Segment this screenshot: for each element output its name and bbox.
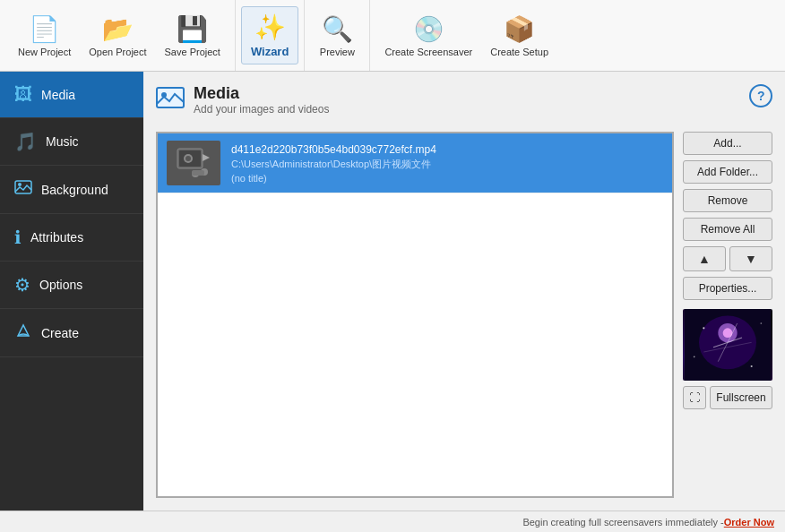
remove-all-button[interactable]: Remove All <box>683 218 772 241</box>
toolbar-group-wizard: ✨ Wizard <box>236 0 306 71</box>
options-icon: ⚙ <box>14 274 30 296</box>
media-thumbnail <box>167 141 220 185</box>
media-filepath: C:\Users\Administrator\Desktop\图片视频文件 <box>231 158 436 171</box>
sidebar-item-options[interactable]: ⚙ Options <box>0 262 143 309</box>
arrow-buttons: ▲ ▼ <box>683 246 772 271</box>
sidebar-options-label: Options <box>39 278 82 292</box>
preview-panel <box>683 309 772 381</box>
new-project-button[interactable]: 📄 New Project <box>9 9 80 63</box>
sidebar: 🖼 Media 🎵 Music Background ℹ Attributes … <box>0 72 143 511</box>
fullscreen-row: ⛶ Fullscreen <box>683 386 772 409</box>
toolbar-group-file: 📄 New Project 📂 Open Project 💾 Save Proj… <box>4 0 236 71</box>
media-section: d411e2d220b73f0b5e4bd039c772efcf.mp4 C:\… <box>156 132 772 498</box>
create-icon <box>14 322 32 344</box>
svg-text:?: ? <box>757 89 765 103</box>
move-down-button[interactable]: ▼ <box>729 246 772 271</box>
open-project-label: Open Project <box>89 47 146 57</box>
open-project-button[interactable]: 📂 Open Project <box>80 9 155 63</box>
media-info: d411e2d220b73f0b5e4bd039c772efcf.mp4 C:\… <box>231 143 436 184</box>
fullscreen-button[interactable]: Fullscreen <box>710 386 772 409</box>
right-panel: Add... Add Folder... Remove Remove All ▲… <box>683 132 772 498</box>
wizard-icon: ✨ <box>254 13 286 42</box>
page-subtitle: Add your images and videos <box>194 103 329 116</box>
create-screensaver-label: Create Screensaver <box>384 47 472 57</box>
sidebar-item-create[interactable]: Create <box>0 309 143 357</box>
preview-label: Preview <box>320 47 355 57</box>
media-list[interactable]: d411e2d220b73f0b5e4bd039c772efcf.mp4 C:\… <box>156 132 674 498</box>
table-row[interactable]: d411e2d220b73f0b5e4bd039c772efcf.mp4 C:\… <box>158 133 672 193</box>
svg-point-24 <box>760 322 762 324</box>
content-area: Media Add your images and videos ? <box>143 72 785 511</box>
svg-marker-10 <box>203 154 210 161</box>
fullscreen-icon-button[interactable]: ⛶ <box>683 386 706 409</box>
svg-point-21 <box>703 327 704 329</box>
sidebar-music-label: Music <box>46 134 79 149</box>
order-now-link[interactable]: Order Now <box>724 517 774 528</box>
sidebar-background-label: Background <box>41 183 108 197</box>
create-screensaver-icon: 💿 <box>413 14 444 44</box>
sidebar-item-attributes[interactable]: ℹ Attributes <box>0 214 143 262</box>
wizard-label: Wizard <box>251 45 289 58</box>
attributes-icon: ℹ <box>14 227 22 248</box>
status-text: Begin creating full screensavers immedia… <box>522 517 723 528</box>
sidebar-create-label: Create <box>41 326 79 340</box>
open-project-icon: 📂 <box>102 14 134 44</box>
toolbar-group-preview: 🔍 Preview <box>305 0 370 71</box>
save-project-button[interactable]: 💾 Save Project <box>156 9 229 63</box>
toolbar: 📄 New Project 📂 Open Project 💾 Save Proj… <box>0 0 785 72</box>
save-project-icon: 💾 <box>177 14 208 44</box>
content-header-icon <box>156 84 185 119</box>
save-project-label: Save Project <box>165 47 220 57</box>
help-button[interactable]: ? <box>749 84 772 113</box>
toolbar-group-create: 💿 Create Screensaver 📦 Create Setup <box>370 0 563 71</box>
sidebar-item-media[interactable]: 🖼 Media <box>0 72 143 118</box>
new-project-icon: 📄 <box>29 14 60 44</box>
create-setup-icon: 📦 <box>504 14 535 44</box>
preview-button[interactable]: 🔍 Preview <box>310 9 364 63</box>
svg-point-1 <box>18 183 22 186</box>
page-title: Media <box>194 84 329 103</box>
music-icon: 🎵 <box>14 131 37 152</box>
remove-button[interactable]: Remove <box>683 189 772 212</box>
create-setup-button[interactable]: 📦 Create Setup <box>481 9 557 63</box>
media-icon: 🖼 <box>14 84 32 105</box>
sidebar-media-label: Media <box>41 88 75 102</box>
svg-point-9 <box>185 156 191 161</box>
new-project-label: New Project <box>18 47 71 57</box>
wizard-button[interactable]: ✨ Wizard <box>241 6 299 64</box>
preview-icon: 🔍 <box>322 14 353 44</box>
move-up-button[interactable]: ▲ <box>683 246 726 271</box>
properties-button[interactable]: Properties... <box>683 277 772 300</box>
main: 🖼 Media 🎵 Music Background ℹ Attributes … <box>0 72 785 511</box>
svg-point-23 <box>694 356 695 357</box>
sidebar-attributes-label: Attributes <box>30 230 83 245</box>
svg-point-22 <box>751 365 753 367</box>
media-filename: d411e2d220b73f0b5e4bd039c772efcf.mp4 <box>231 143 436 156</box>
svg-rect-13 <box>192 170 204 176</box>
add-button[interactable]: Add... <box>683 132 772 155</box>
add-folder-button[interactable]: Add Folder... <box>683 160 772 184</box>
media-notitle: (no title) <box>231 173 436 184</box>
statusbar: Begin creating full screensavers immedia… <box>0 511 785 532</box>
create-screensaver-button[interactable]: 💿 Create Screensaver <box>375 9 481 63</box>
content-header: Media Add your images and videos ? <box>156 84 772 119</box>
content-header-text: Media Add your images and videos <box>194 84 329 116</box>
create-setup-label: Create Setup <box>490 47 548 57</box>
sidebar-item-background[interactable]: Background <box>0 166 143 214</box>
preview-image <box>683 309 772 381</box>
sidebar-item-music[interactable]: 🎵 Music <box>0 118 143 166</box>
background-icon <box>14 178 32 201</box>
